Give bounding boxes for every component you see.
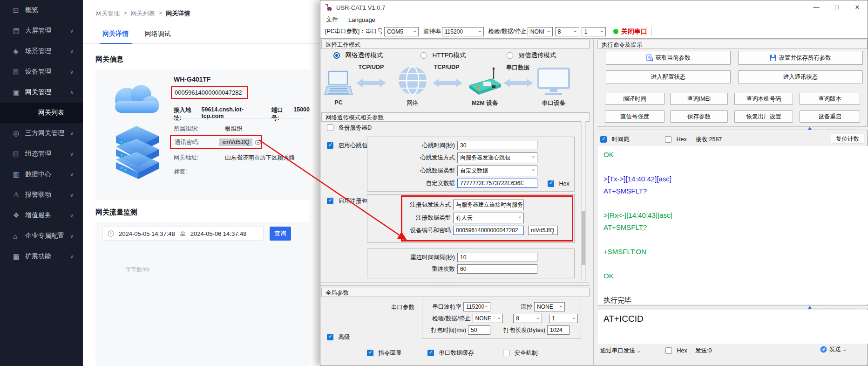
hb-data-input[interactable]: 7777772E7573722E636E — [457, 179, 537, 188]
g-flow-select[interactable]: NONE — [534, 302, 565, 311]
checkbox-icon[interactable] — [327, 142, 333, 149]
close-serial-button[interactable]: 关闭串口 — [621, 28, 647, 36]
security-checkbox[interactable]: 安全机制 — [503, 348, 537, 357]
hb-type-select[interactable]: 自定义数据 — [457, 166, 537, 176]
checkbox-icon[interactable] — [600, 136, 607, 143]
pack-len-input[interactable]: 1024 — [547, 325, 570, 335]
sidebar-item-extensions[interactable]: ▦ 扩展功能 ∨ — [0, 246, 83, 267]
stopbits-select[interactable]: 1 — [582, 27, 606, 36]
breadcrumb-item[interactable]: 网关列表 — [131, 9, 155, 18]
sidebar-item-datacenter[interactable]: ▥ 数据中心 ∨ — [0, 164, 83, 185]
heartbeat-enable-checkbox[interactable]: 启用心跳包 — [327, 141, 367, 150]
register-enable-checkbox[interactable]: 启用注册包 — [327, 196, 367, 205]
close-button[interactable]: ✕ — [847, 0, 868, 14]
checkbox-icon[interactable] — [327, 334, 333, 340]
sidebar-item-config-mgmt[interactable]: ⊟ 组态管理 ∨ — [0, 144, 83, 164]
set-save-all-button[interactable]: 设置并保存所有参数 — [738, 51, 863, 65]
checkbox-icon[interactable] — [327, 198, 333, 204]
reg-mode-select[interactable]: 与服务器建立连接时向服务 — [453, 200, 524, 210]
checkbox-icon[interactable] — [503, 350, 509, 356]
send-hex-checkbox[interactable]: Hex — [665, 346, 687, 354]
checkbox-icon[interactable] — [665, 136, 671, 143]
breadcrumb-item[interactable]: 网关管理 — [95, 9, 120, 18]
splitter-arrow-icon[interactable] — [808, 127, 812, 130]
sidebar-item-valueadded[interactable]: ❖ 增值服务 ∨ — [0, 205, 83, 226]
sidebar-item-gateway-list[interactable]: 网关列表 — [0, 103, 83, 123]
minimize-button[interactable]: — — [806, 0, 827, 14]
enter-comm-button[interactable]: 进入通讯状态 — [738, 70, 863, 83]
checkbox-icon[interactable] — [327, 124, 333, 131]
tab-gateway-detail[interactable]: 网关详情 — [102, 30, 129, 38]
query-button[interactable]: 查询 — [270, 227, 291, 241]
date-range-picker[interactable]: 2024-05-05 14:37:48 至 2024-05-06 14:37:4… — [102, 227, 264, 241]
date-from[interactable]: 2024-05-05 14:37:48 — [119, 230, 175, 237]
sidebar-item-alarm[interactable]: ⚠ 报警联动 ∨ — [0, 185, 83, 205]
baud-select[interactable]: 115200 — [442, 27, 484, 36]
send-button[interactable]: 发送 — [820, 345, 847, 353]
factory-reset-button[interactable]: 恢复出厂设置 — [734, 110, 793, 123]
reg-type-select[interactable]: 有人云 — [453, 213, 524, 223]
recv-hex-checkbox[interactable]: Hex — [665, 135, 687, 143]
enter-config-button[interactable]: 进入配置状态 — [606, 70, 731, 83]
databits-select[interactable]: 8 — [555, 27, 579, 36]
splitter-arrow-icon[interactable] — [808, 306, 812, 309]
com-port-select[interactable]: COM5 — [384, 27, 419, 36]
radio-net-mode[interactable]: 网络透传模式 — [333, 51, 383, 60]
terminal-splitter[interactable]: ···················· — [597, 126, 868, 130]
query-number-button[interactable]: 查询本机号码 — [734, 93, 793, 105]
menu-file[interactable]: 文件 — [326, 15, 338, 24]
radio-httpd-mode[interactable]: HTTPD模式 — [420, 51, 466, 60]
reg-password-input[interactable]: mVd5JfQ — [528, 226, 558, 235]
parity-select[interactable]: NONI — [528, 27, 553, 36]
save-params-button[interactable]: 保存参数 — [670, 110, 728, 123]
tab-network-debug[interactable]: 网络调试 — [145, 30, 171, 38]
echo-checkbox[interactable]: 指令回显 — [367, 348, 401, 357]
compile-time-button[interactable]: 编译时间 — [605, 93, 665, 105]
sidebar-item-thirdparty-gateway[interactable]: ◎ 三方网关管理 ∨ — [0, 123, 83, 144]
maximize-button[interactable]: □ — [827, 0, 847, 14]
radio-icon[interactable] — [420, 52, 427, 59]
sidebar-item-scene[interactable]: ◈ 场景管理 ∨ — [0, 41, 83, 62]
advanced-checkbox[interactable]: 高级 — [327, 332, 350, 341]
hb-mode-select[interactable]: 向服务器发送心跳包 — [457, 152, 537, 163]
g-databits-select[interactable]: 8 — [513, 314, 542, 323]
checkbox-icon[interactable] — [665, 347, 672, 354]
query-version-button[interactable]: 查询版本 — [800, 93, 860, 105]
reg-id-input[interactable]: 00059614000000047282 — [453, 226, 524, 235]
hb-hex-checkbox[interactable]: Hex — [548, 179, 570, 187]
timestamp-checkbox[interactable]: 时间戳 — [600, 135, 629, 144]
get-params-button[interactable]: 获取当前参数 — [606, 51, 731, 65]
eye-icon[interactable] — [255, 140, 261, 145]
query-signal-button[interactable]: 查信号强度 — [605, 110, 665, 123]
hb-time-input[interactable]: 30 — [457, 141, 537, 150]
g-parity-select[interactable]: NONE — [473, 314, 503, 323]
pack-time-input[interactable]: 50 — [468, 325, 490, 335]
radio-sms-mode[interactable]: 短信透传模式 — [507, 51, 556, 60]
radio-icon[interactable] — [333, 52, 340, 59]
reboot-button[interactable]: 设备重启 — [800, 110, 860, 123]
send-via-dropdown[interactable]: 通过串口发送 — [600, 347, 641, 355]
retry-count-input[interactable]: 60 — [457, 264, 537, 274]
sidebar-item-overview[interactable]: ⊡ 概览 — [0, 0, 83, 21]
reconnect-interval-input[interactable]: 10 — [457, 253, 537, 262]
sidebar-item-gateway[interactable]: ▣ 网关管理 ∧ — [0, 82, 83, 103]
g-baud-select[interactable]: 115200 — [463, 302, 490, 311]
g-stopbits-select[interactable]: 1 — [549, 314, 578, 323]
scrollbar-thumb[interactable] — [582, 211, 585, 265]
radio-icon[interactable] — [507, 52, 513, 59]
horizontal-splitter[interactable]: ·········· — [320, 282, 590, 286]
checkbox-icon[interactable] — [427, 350, 434, 356]
terminal-log[interactable]: OK >[Tx->][14:40:42][asc] AT+SMSFLT? >[R… — [598, 146, 868, 304]
query-imei-button[interactable]: 查询IMEI — [670, 93, 728, 105]
date-to[interactable]: 2024-05-06 14:37:48 — [190, 230, 247, 237]
reset-counter-button[interactable]: 复位计数 — [831, 134, 864, 144]
send-textarea[interactable]: AT+ICCID — [598, 310, 868, 344]
sidebar-item-bigscreen[interactable]: ▤ 大屏管理 ∨ — [0, 21, 83, 41]
checkbox-icon[interactable] — [548, 180, 554, 187]
send-splitter[interactable]: ···················· — [597, 305, 868, 309]
serial-buffer-checkbox[interactable]: 串口数据缓存 — [427, 348, 474, 357]
backup-server-checkbox[interactable]: 备份服务器D — [327, 123, 372, 132]
sidebar-item-enterprise[interactable]: ⌂ 企业专属配置 ∨ — [0, 226, 83, 246]
menu-language[interactable]: Language — [348, 16, 375, 23]
checkbox-icon[interactable] — [367, 350, 373, 356]
